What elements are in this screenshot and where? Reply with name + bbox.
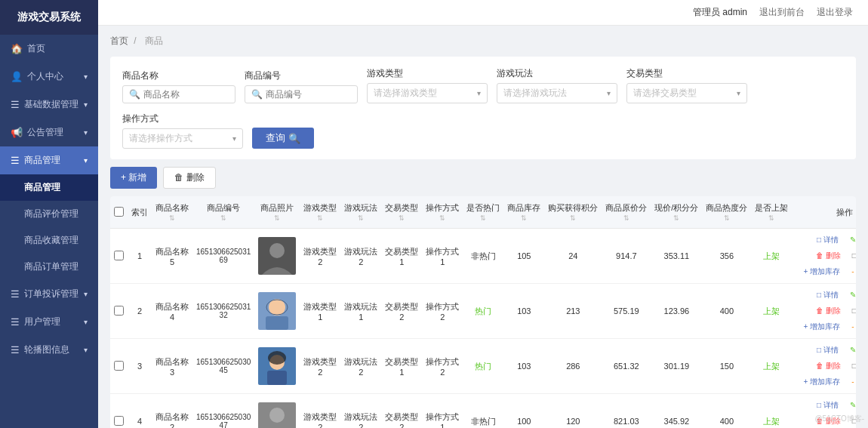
filter-group-operation: 操作方式 请选择操作方式 ▾	[122, 112, 243, 149]
down-btn-2[interactable]: □ 下架	[848, 359, 856, 373]
row-curr-price-0: 353.11	[651, 229, 702, 284]
chevron-down-gametype: ▾	[477, 89, 481, 97]
gametype-placeholder: 请选择游戏类型	[374, 87, 437, 100]
th-code: 商品编号⇅	[192, 196, 254, 229]
row-select-0[interactable]	[114, 251, 124, 260]
row-actions-1: □ 详情 ✎ 修改 🗑 删除 □ 下架 + 增加库存 - 减少库存	[792, 284, 856, 339]
edit-btn-0[interactable]: ✎ 修改	[845, 233, 856, 247]
col-gameplay: 游戏玩法	[344, 202, 377, 214]
delete-row-btn-1[interactable]: 🗑 删除	[811, 304, 845, 318]
row-actions-0: □ 详情 ✎ 修改 🗑 删除 □ 下架 + 增加库存 - 减少库存	[792, 229, 856, 284]
select-all-checkbox[interactable]	[114, 207, 124, 217]
row-select-3[interactable]	[114, 416, 124, 426]
add-stock-btn-2[interactable]: + 增加库存	[799, 375, 845, 389]
tradetype-placeholder: 请选择交易类型	[633, 87, 697, 100]
edit-btn-3[interactable]: ✎ 修改	[845, 399, 856, 412]
row-status-2: 上架	[751, 339, 792, 394]
chevron-down-tradetype: ▾	[737, 89, 740, 97]
complaint-icon: ☰	[11, 288, 20, 300]
sidebar-label-notice: 公告管理	[27, 126, 63, 139]
delete-row-btn-2[interactable]: 🗑 删除	[811, 359, 845, 373]
down-btn-0[interactable]: □ 下架	[848, 249, 856, 263]
svg-point-9	[268, 351, 286, 365]
sidebar-item-home[interactable]: 🏠 首页	[0, 35, 98, 63]
reduce-stock-btn-2[interactable]: - 减少库存	[847, 375, 856, 389]
add-stock-btn-1[interactable]: + 增加库存	[799, 320, 845, 334]
grid-icon: ☰	[11, 99, 20, 110]
filter-label-code: 商品编号	[245, 69, 358, 82]
sidebar-item-personal[interactable]: 👤 个人中心 ▾	[0, 63, 98, 91]
filter-section: 商品名称 🔍 商品编号 🔍 游戏类型	[110, 57, 856, 159]
sidebar-item-banner[interactable]: ☰ 轮播图信息 ▾	[0, 336, 98, 364]
sidebar-item-goods-manage[interactable]: 商品管理	[0, 174, 98, 201]
reduce-stock-btn-1[interactable]: - 减少库存	[847, 320, 856, 334]
goods-table: 索引 商品名称⇅ 商品编号⇅ 商品照片⇅ 游戏类型⇅	[110, 196, 856, 428]
edit-btn-1[interactable]: ✎ 修改	[845, 288, 856, 302]
logout-link[interactable]: 退出登录	[817, 6, 853, 19]
reduce-stock-btn-0[interactable]: - 减少库存	[847, 265, 856, 279]
sidebar-item-basedata[interactable]: ☰ 基础数据管理 ▾	[0, 91, 98, 119]
row-orig-price-3: 821.03	[602, 394, 651, 429]
name-input[interactable]	[143, 89, 229, 100]
action-cell-0: □ 详情 ✎ 修改 🗑 删除 □ 下架 + 增加库存 - 减少库存	[796, 233, 856, 279]
row-select-2[interactable]	[114, 361, 124, 371]
th-gameplay: 游戏玩法⇅	[340, 196, 381, 229]
breadcrumb-home[interactable]: 首页	[110, 35, 128, 46]
row-status-0: 上架	[751, 229, 792, 284]
row-points-0: 24	[544, 229, 602, 284]
table-header-row: 索引 商品名称⇅ 商品编号⇅ 商品照片⇅ 游戏类型⇅	[110, 196, 856, 229]
admin-label: 管理员 admin	[693, 6, 747, 19]
row-photo-0	[254, 229, 300, 284]
sidebar-label-complaint: 订单投诉管理	[24, 288, 78, 300]
filter-label-tradetype: 交易类型	[626, 67, 747, 80]
chevron-down-operation: ▾	[232, 134, 236, 143]
search-button-label: 查询	[266, 131, 285, 145]
detail-btn-2[interactable]: □ 详情	[812, 343, 843, 357]
filter-row: 商品名称 🔍 商品编号 🔍 游戏类型	[122, 67, 844, 149]
row-tradetype-0: 交易类型1	[381, 229, 422, 284]
row-actions-2: □ 详情 ✎ 修改 🗑 删除 □ 下架 + 增加库存 - 减少库存	[792, 339, 856, 394]
detail-btn-0[interactable]: □ 详情	[812, 233, 843, 247]
add-stock-btn-0[interactable]: + 增加库存	[799, 265, 845, 279]
edit-btn-2[interactable]: ✎ 修改	[845, 343, 856, 357]
search-button[interactable]: 查询 🔍	[252, 128, 314, 149]
sort-icon-name: ⇅	[169, 214, 175, 222]
sidebar-item-notice[interactable]: 📢 公告管理 ▾	[0, 119, 98, 146]
add-button[interactable]: + 新增	[110, 167, 157, 189]
detail-btn-1[interactable]: □ 详情	[812, 288, 843, 302]
sidebar-label-personal: 个人中心	[27, 70, 63, 83]
delete-row-btn-0[interactable]: 🗑 删除	[811, 249, 845, 263]
sidebar-label-user: 用户管理	[24, 316, 60, 328]
sidebar-item-goods-collect[interactable]: 商品收藏管理	[0, 227, 98, 254]
row-checkbox-3	[110, 394, 128, 429]
row-select-1[interactable]	[114, 306, 124, 316]
front-link[interactable]: 退出到前台	[759, 6, 805, 19]
col-gametype: 游戏类型	[303, 202, 337, 214]
sidebar-item-goods-review[interactable]: 商品评价管理	[0, 201, 98, 227]
row-index-1: 2	[128, 284, 152, 339]
delete-button[interactable]: 🗑 删除	[163, 167, 215, 189]
gametype-select[interactable]: 请选择游戏类型 ▾	[367, 83, 488, 103]
th-points: 购买获得积分⇅	[544, 196, 602, 229]
action-bar: + 新增 🗑 删除	[110, 167, 856, 189]
row-code-1: 1651306625031 32	[192, 284, 254, 339]
detail-btn-3[interactable]: □ 详情	[812, 399, 843, 412]
chevron-down-icon-7: ▾	[84, 346, 88, 354]
filter-input-code: 🔍	[245, 85, 358, 103]
code-input[interactable]	[266, 89, 351, 100]
tradetype-select[interactable]: 请选择交易类型 ▾	[626, 83, 747, 103]
gameplay-select[interactable]: 请选择游戏玩法 ▾	[497, 83, 617, 103]
sidebar-item-goods[interactable]: ☰ 商品管理 ▾	[0, 146, 98, 174]
th-curr-price: 现价/积分分⇅	[651, 196, 702, 229]
row-name-1: 商品名称4	[152, 284, 192, 339]
sidebar-item-goods-order[interactable]: 商品订单管理	[0, 254, 98, 280]
operation-select[interactable]: 请选择操作方式 ▾	[122, 128, 243, 149]
breadcrumb-current: 商品	[145, 35, 163, 46]
th-gametype: 游戏类型⇅	[300, 196, 340, 229]
sort-icon-code: ⇅	[220, 214, 226, 222]
sidebar-item-user[interactable]: ☰ 用户管理 ▾	[0, 308, 98, 336]
row-curr-price-2: 301.19	[651, 339, 702, 394]
sidebar-item-complaint[interactable]: ☰ 订单投诉管理 ▾	[0, 280, 98, 308]
down-btn-1[interactable]: □ 下架	[848, 304, 856, 318]
sidebar-label-goods: 商品管理	[24, 154, 60, 167]
